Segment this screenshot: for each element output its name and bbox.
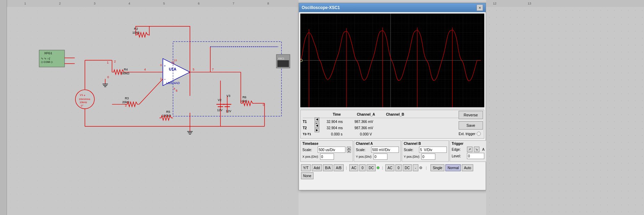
mode-yt-btn[interactable]: Y/T [301, 164, 311, 171]
channel-a-scale-label: Scale: [356, 148, 370, 152]
channel-a-scale-input[interactable] [371, 147, 399, 153]
svg-text:1: 1 [107, 61, 109, 64]
ruler-top: 1 2 3 4 5 6 7 8 [0, 0, 299, 7]
timebase-scale-up[interactable]: ▲ [347, 147, 351, 150]
svg-text:7: 7 [212, 68, 214, 71]
chb-ac-btn[interactable]: AC [385, 164, 394, 171]
timebase-scale-down[interactable]: ▼ [347, 150, 351, 153]
channel-b-scale-input[interactable] [419, 147, 447, 153]
trigger-auto-btn[interactable]: Auto [462, 164, 473, 171]
trigger-level-input[interactable] [467, 153, 484, 159]
svg-text:XSC1: XSC1 [278, 57, 284, 60]
svg-text:5: 5 [193, 68, 194, 71]
svg-text:2: 2 [114, 60, 116, 63]
channel-b-header: Channel_B [381, 113, 409, 116]
controls-grid: Timebase Scale: ▲ ▼ X pos.(Div): Channel… [299, 139, 486, 163]
channel-a-scale-row: Scale: [356, 147, 399, 153]
t2-label: T2 [303, 126, 313, 130]
svg-text:U1A: U1A [169, 67, 177, 71]
trigger-single-btn[interactable]: Single [430, 164, 444, 171]
t2t1-label: T2-T1 [303, 132, 313, 136]
svg-text:+: + [84, 93, 86, 97]
svg-text:7: 7 [233, 2, 234, 5]
t2-left-btn[interactable]: ◀ [315, 124, 319, 128]
trigger-rising-edge-btn[interactable]: ↗ [467, 147, 472, 152]
svg-text:10mVrms: 10mVrms [79, 98, 90, 101]
t1-cha: 987.366 mV [350, 120, 378, 124]
trigger-normal-btn[interactable]: Normal [445, 164, 461, 171]
mode-ab-btn[interactable]: A/B [334, 164, 343, 171]
svg-rect-11 [7, 8, 292, 211]
svg-text:4: 4 [144, 68, 146, 71]
channel-b-section: Channel B Scale: Y pos.(Div): [402, 140, 449, 162]
mode-ba-btn[interactable]: B/A [323, 164, 333, 171]
chb-dc-btn[interactable]: DC [403, 164, 412, 171]
svg-text:6: 6 [198, 2, 200, 5]
save-button[interactable]: Save [459, 121, 483, 130]
channel-a-title: Channel A [356, 142, 399, 146]
cha-dc-btn[interactable]: DC [367, 164, 376, 171]
trigger-edge-label: Edge: [452, 148, 466, 151]
chb-zero-btn[interactable]: 0 [395, 164, 402, 171]
channel-b-title: Channel B [404, 142, 447, 146]
t2-row: T2 ◀ ▶ 32.904 ms 987.366 mV [303, 125, 482, 131]
timebase-xpos-row: X pos.(Div): [302, 154, 351, 160]
chb-dc-indicator [419, 166, 422, 169]
svg-text:0: 0 [263, 103, 265, 107]
chb-minus-btn[interactable]: - [413, 164, 418, 171]
close-button[interactable]: ✕ [477, 5, 483, 11]
oscilloscope-title: Oscilloscope-XSC1 [302, 5, 340, 10]
svg-text:2: 2 [59, 2, 61, 5]
cha-zero-btn[interactable]: 0 [359, 164, 366, 171]
svg-text:R2: R2 [134, 27, 138, 31]
display-separator [300, 109, 484, 109]
svg-text:6: 6 [176, 89, 177, 92]
svg-text:12: 12 [493, 2, 496, 5]
svg-text:3: 3 [160, 64, 161, 67]
timebase-xpos-label: X pos.(Div): [302, 155, 319, 158]
svg-text:0°: 0° [81, 104, 83, 107]
channel-b-ypos-input[interactable] [421, 154, 435, 160]
measurements-header: Time Channel_A Channel_B [303, 111, 482, 117]
t2t1-time: 0.000 s [323, 132, 351, 136]
trigger-level-label: Level: [452, 154, 466, 158]
timebase-scale-input[interactable] [318, 147, 345, 153]
oscilloscope-titlebar: Oscilloscope-XSC1 ✕ [299, 3, 486, 12]
ext-trigger-label: Ext. trigger [459, 132, 475, 136]
svg-text:2: 2 [160, 77, 161, 80]
svg-text:8: 8 [267, 2, 269, 5]
t2-time: 32.904 ms [321, 126, 349, 130]
svg-text:1: 1 [188, 71, 190, 74]
cha-ac-btn[interactable]: AC [349, 164, 358, 171]
t2-right-btn[interactable]: ▶ [315, 128, 319, 132]
channel-a-ypos-input[interactable] [374, 154, 387, 160]
svg-text:R4: R4 [124, 68, 128, 71]
svg-text:10kHz: 10kHz [80, 101, 87, 104]
svg-text:3: 3 [94, 2, 95, 5]
svg-rect-107 [486, 0, 644, 7]
timebase-title: Timebase [302, 142, 351, 146]
t1-label: T1 [303, 120, 313, 124]
reverse-button[interactable]: Reverse [459, 111, 483, 119]
ext-trigger-row: Ext. trigger [459, 132, 483, 136]
timebase-section: Timebase Scale: ▲ ▼ X pos.(Div): [300, 140, 353, 162]
trigger-falling-edge-btn[interactable]: ↘ [474, 147, 479, 152]
right-button-panel: Reverse Save Ext. trigger [459, 111, 483, 136]
time-header: Time [323, 113, 351, 116]
mode-add-btn[interactable]: Add [312, 164, 322, 171]
svg-text:R3: R3 [125, 97, 129, 100]
svg-text:4: 4 [128, 2, 130, 5]
svg-text:1: 1 [24, 2, 26, 5]
svg-text:12V: 12V [217, 108, 223, 112]
svg-text:XFG1: XFG1 [44, 51, 52, 55]
svg-text:−: − [164, 77, 166, 81]
timebase-scale-label: Scale: [302, 148, 316, 152]
ext-trigger-radio[interactable] [477, 132, 481, 136]
channel-b-scale-label: Scale: [404, 148, 418, 152]
t1-left-btn[interactable]: ◀ [315, 117, 319, 122]
timebase-xpos-input[interactable] [320, 154, 334, 160]
svg-text:∿ ∿ ∩∫: ∿ ∿ ∩∫ [41, 57, 50, 60]
svg-text:R6: R6 [242, 96, 246, 99]
trigger-none-btn[interactable]: None [301, 172, 313, 179]
ruler-left [0, 0, 7, 215]
